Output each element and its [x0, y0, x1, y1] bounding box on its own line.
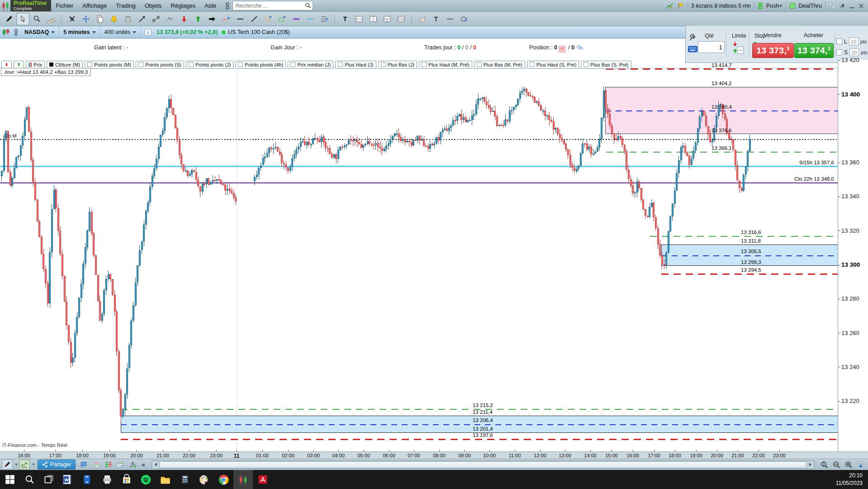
tools-tool-button[interactable] [65, 13, 78, 25]
prorealtime-icon[interactable] [233, 470, 253, 489]
search-input[interactable] [234, 2, 304, 10]
trend-arrow-tool-button[interactable] [135, 13, 148, 25]
indicator-prix[interactable]: Prix [26, 61, 45, 69]
gear-f-tool-button[interactable]: F [457, 13, 470, 25]
indicator-plus-haut-m-pr[interactable]: Plus Haut (M, Pré) [419, 61, 472, 69]
close-icon[interactable] [858, 3, 864, 9]
chevron-down-icon[interactable] [15, 464, 18, 465]
menu-aide[interactable]: Aide [200, 0, 221, 11]
explorer-icon[interactable] [156, 470, 175, 489]
indicator-points-pivots-4h[interactable]: Points pivots (4h) [235, 61, 286, 69]
scrollbar-thumb[interactable] [160, 461, 806, 468]
search-icon[interactable] [304, 2, 311, 9]
keyboard-order-icon[interactable] [688, 46, 697, 53]
chart-plot[interactable]: Jour :+Haut 13 404,2 +Bas 13 299,3 Clo M… [0, 60, 838, 451]
calculator-icon[interactable] [175, 470, 194, 489]
reduce-panel-icon[interactable] [855, 460, 866, 470]
ruler-tool-button[interactable] [44, 13, 57, 25]
limit-points-input[interactable]: 10 [849, 38, 859, 45]
teams-icon[interactable] [78, 470, 97, 489]
layout2-tool-button[interactable] [366, 13, 379, 25]
arrow-down-tool-button[interactable] [177, 13, 190, 25]
order-settings-icon[interactable] [688, 34, 697, 42]
zoom-fit-icon[interactable] [819, 460, 830, 470]
search-icon[interactable] [19, 470, 39, 489]
pencil-tool-button[interactable] [2, 13, 15, 25]
ellipse-tool-button[interactable] [261, 13, 275, 25]
price-axis[interactable]: 13 373,8 13 373,8 4m19s 13 42013 40013 3… [838, 60, 868, 451]
draw-mode-button[interactable] [2, 460, 13, 470]
purple-line-tool-button[interactable] [289, 13, 303, 25]
limit-order-icon[interactable] [732, 41, 745, 55]
stop-checkbox[interactable] [836, 49, 842, 55]
menu-r-glages[interactable]: Réglages [166, 0, 200, 11]
trendline-tool-button[interactable] [247, 13, 261, 25]
indicator-arrow-down-icon[interactable] [1, 61, 12, 69]
window-tools-icon[interactable] [829, 2, 836, 9]
task-view-icon[interactable] [39, 470, 58, 489]
timeframe-dropdown[interactable]: 5 minutes [59, 26, 100, 38]
hline2-tool-button[interactable] [443, 13, 456, 25]
position-settings-icon[interactable] [576, 44, 583, 51]
order-book-icon[interactable] [103, 460, 114, 470]
chrome-icon[interactable] [214, 470, 233, 489]
chart-horizontal-scrollbar[interactable] [152, 460, 815, 469]
hline-tool-button[interactable] [233, 13, 247, 25]
platform-tools-icon[interactable] [127, 460, 138, 470]
word-icon[interactable]: W [58, 470, 78, 489]
layout1-tool-button[interactable] [352, 13, 365, 25]
polyline-tool-button[interactable] [163, 13, 176, 25]
menu-affichage[interactable]: Affichage [78, 0, 111, 11]
units-dropdown[interactable]: 400 unités [100, 26, 141, 38]
menu-fichier[interactable]: Fichier [51, 0, 78, 11]
copy-tool-button[interactable] [93, 13, 106, 25]
fib-tool-button[interactable]: F [318, 13, 331, 25]
flag-icon[interactable] [677, 2, 684, 10]
link-points-tool-button[interactable] [149, 13, 162, 25]
stop-points-input[interactable]: 10 [849, 48, 859, 56]
dealthru-button[interactable]: DealThru [799, 3, 822, 9]
indicator-plus-haut-j[interactable]: Plus Haut (J) [335, 61, 376, 69]
pin-icon[interactable] [839, 3, 845, 9]
scroll-left-icon[interactable] [152, 461, 159, 468]
checkbox[interactable] [138, 62, 143, 67]
checkbox[interactable] [381, 62, 386, 67]
chat-icon[interactable] [78, 460, 89, 470]
sell-button[interactable]: 13 373,3 [752, 43, 794, 58]
limit-checkbox[interactable] [836, 38, 842, 44]
indicator-cl-ture-m[interactable]: Clôture (M) [47, 61, 83, 69]
buy-button[interactable]: 13 374,3 [794, 43, 834, 58]
time-axis[interactable]: 16:0017:0018:0019:0020:0021:0022:0023:00… [0, 451, 868, 459]
snapshot-icon[interactable] [115, 460, 126, 470]
arrow-right-tool-button[interactable] [205, 13, 218, 25]
indicator-button[interactable] [19, 460, 30, 470]
indicator-plus-bas-s-pr[interactable]: Plus Bas (S, Pré) [581, 61, 631, 69]
close-position-icon[interactable]: ✕ [559, 46, 565, 53]
triangle-ruler-tool-button[interactable] [415, 13, 428, 25]
blue-line-tool-button[interactable] [304, 13, 317, 25]
minimize-icon[interactable] [849, 3, 855, 9]
indicator-plus-bas-m-pr[interactable]: Plus Bas (M, Pré) [474, 61, 525, 69]
acrobat-icon[interactable] [253, 470, 272, 489]
menu-trading[interactable]: Trading [111, 0, 140, 11]
indicator-points-pivots-j[interactable]: Points pivots (J) [186, 61, 233, 69]
quantity-input[interactable] [698, 41, 725, 53]
chevron-down-icon[interactable] [32, 464, 35, 465]
link-icon[interactable] [224, 2, 231, 10]
indicator-prix-m-dian-j[interactable]: Prix médian (J) [288, 61, 333, 69]
share-button[interactable]: Partager [38, 460, 76, 470]
indicator-plus-haut-s-pr[interactable]: Plus Haut (S, Pré) [527, 61, 579, 69]
zoom-out-icon[interactable] [831, 460, 842, 470]
news-icon[interactable] [90, 460, 101, 470]
arrow-up-tool-button[interactable] [191, 13, 204, 25]
store-icon[interactable] [117, 470, 136, 489]
checkbox[interactable] [422, 62, 427, 67]
push-button[interactable]: Push+ [766, 3, 783, 9]
collapse-toolbar-button[interactable]: « [139, 461, 147, 468]
printer-icon[interactable] [97, 470, 117, 489]
alarm-tool-button[interactable] [107, 13, 120, 25]
checkbox[interactable] [583, 62, 588, 67]
info-icon[interactable]: i [144, 29, 152, 36]
rectangle-tool-button[interactable] [275, 13, 289, 25]
move-tool-button[interactable] [79, 13, 92, 25]
